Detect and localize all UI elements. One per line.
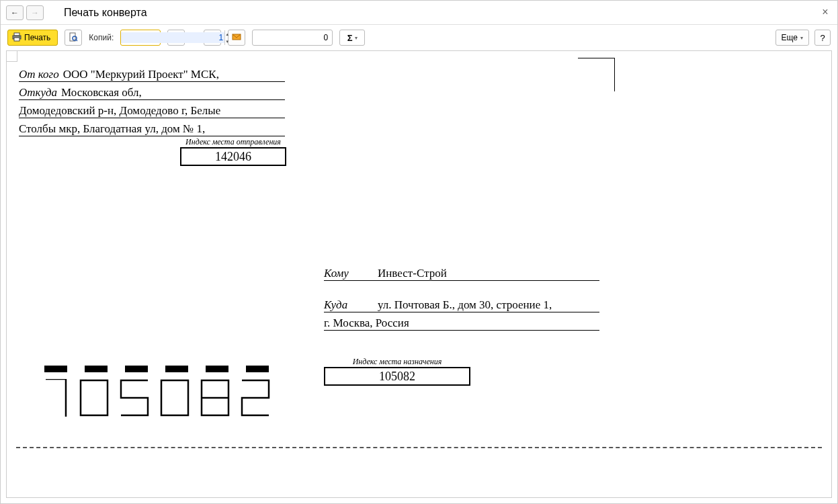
- stencil-digit: [120, 366, 153, 417]
- sheet-corner: [7, 51, 17, 62]
- print-label: Печать: [24, 33, 50, 42]
- sender-where-label: Откуда: [19, 86, 57, 99]
- print-preview-area[interactable]: От кого ООО "Меркурий Проект" МСК, Откуд…: [6, 50, 832, 498]
- number-display[interactable]: 0: [252, 30, 333, 46]
- number-value: 0: [324, 33, 329, 42]
- sender-index-caption: Индекс места отправления: [180, 137, 286, 147]
- recipient-where-label: Куда: [324, 298, 374, 312]
- close-icon: ×: [822, 6, 828, 17]
- recipient-where-value: ул. Почтовая Б., дом 30, строение 1,: [378, 298, 599, 312]
- arrow-right-icon: →: [31, 8, 39, 17]
- envelope-icon: [232, 32, 241, 44]
- from-label: От кого: [19, 68, 59, 81]
- chevron-down-icon: ▾: [355, 35, 358, 41]
- copies-spin-down[interactable]: ▼: [224, 38, 229, 45]
- toolbar: Печать Копий: ▲ ▼: [1, 25, 837, 50]
- chevron-up-icon: ▲: [225, 32, 229, 36]
- more-label: Еще: [782, 33, 798, 42]
- destination-index-caption: Индекс места назначения: [324, 357, 470, 367]
- copies-stepper[interactable]: ▲ ▼: [120, 30, 161, 46]
- sum-button[interactable]: Σ ▾: [339, 30, 365, 46]
- postal-index-stencil: [39, 366, 274, 417]
- print-button[interactable]: Печать: [7, 30, 58, 46]
- tear-line: [16, 447, 822, 448]
- svg-line-6: [76, 40, 77, 41]
- page-title: Печать конверта: [64, 7, 147, 19]
- sender-where-value: Московская обл,: [61, 86, 285, 99]
- chevron-down-icon: ▾: [800, 35, 803, 41]
- copies-input[interactable]: [121, 32, 224, 43]
- stencil-digit: [39, 366, 73, 417]
- stencil-digit: [241, 366, 274, 417]
- help-icon: ?: [820, 33, 825, 43]
- copies-label: Копий:: [89, 33, 114, 42]
- sender-addr-line2: Домодедовский р-н, Домодедово г, Белые: [19, 104, 285, 118]
- copies-spin-up[interactable]: ▲: [224, 30, 229, 38]
- sender-addr-line3: Столбы мкр, Благодатная ул, дом № 1,: [19, 122, 285, 136]
- stencil-digit: [160, 366, 194, 417]
- chevron-down-icon: ▼: [225, 40, 229, 44]
- preview-button[interactable]: [65, 30, 82, 46]
- sender-index-box: 142046: [180, 147, 286, 166]
- close-button[interactable]: ×: [820, 6, 831, 18]
- svg-point-3: [19, 36, 20, 37]
- nav-forward-button[interactable]: →: [26, 5, 44, 20]
- svg-rect-0: [14, 33, 19, 36]
- destination-index-value: 105082: [379, 370, 415, 384]
- sender-block: От кого ООО "Меркурий Проект" МСК, Откуд…: [19, 64, 285, 136]
- magnifier-page-icon: [69, 32, 78, 44]
- svg-rect-2: [14, 38, 19, 41]
- nav-back-button[interactable]: ←: [6, 5, 24, 20]
- sender-index-wrap: Индекс места отправления 142046: [180, 137, 286, 166]
- svg-rect-17: [161, 380, 188, 415]
- stencil-digit: [79, 366, 113, 417]
- help-button[interactable]: ?: [814, 30, 831, 46]
- stamp-corner-mark: [578, 58, 615, 91]
- arrow-left-icon: ←: [11, 8, 19, 17]
- sender-index-value: 142046: [215, 150, 251, 164]
- destination-index-box: 105082: [324, 367, 470, 386]
- printer-icon: [12, 32, 22, 44]
- more-button[interactable]: Еще ▾: [776, 30, 809, 46]
- from-value: ООО "Меркурий Проект" МСК,: [63, 68, 285, 81]
- destination-index-wrap: Индекс места назначения 105082: [324, 357, 470, 386]
- stencil-digit: [200, 366, 234, 417]
- titlebar: ← → Печать конверта ×: [1, 1, 837, 25]
- svg-rect-16: [81, 380, 108, 415]
- recipient-addr-line2: г. Москва, Россия: [324, 317, 599, 330]
- app-window: ← → Печать конверта × Печать Копий:: [0, 0, 838, 504]
- sigma-icon: Σ: [347, 33, 353, 43]
- recipient-block: Кому Инвест-Строй Куда ул. Почтовая Б., …: [324, 263, 599, 331]
- to-value: Инвест-Строй: [378, 267, 599, 280]
- to-label: Кому: [324, 267, 374, 280]
- email-button[interactable]: [228, 30, 245, 46]
